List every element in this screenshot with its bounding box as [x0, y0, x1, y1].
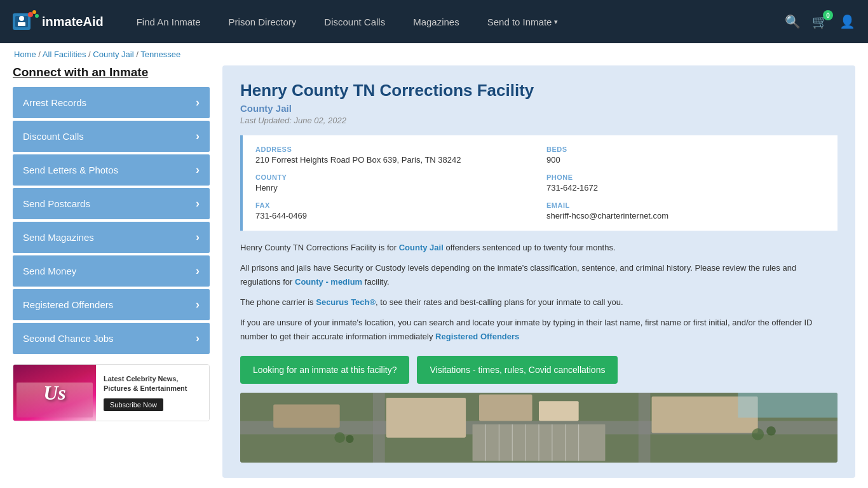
svg-point-6: [35, 14, 39, 18]
svg-point-26: [334, 432, 345, 443]
arrow-icon: ›: [196, 332, 200, 345]
sidebar-title: Connect with an Inmate: [13, 65, 210, 79]
ad-subscribe-button[interactable]: Subscribe Now: [104, 398, 163, 411]
visitations-button[interactable]: Visitations - times, rules, Covid cancel…: [417, 356, 618, 384]
nav-find-inmate[interactable]: Find An Inmate: [123, 0, 215, 43]
desc-para-1: Henry County TN Corrections Facility is …: [240, 241, 837, 255]
sidebar-menu: Arrest Records › Discount Calls › Send L…: [13, 87, 210, 354]
fax-field: FAX 731-644-0469: [255, 201, 534, 220]
nav-send-to-inmate[interactable]: Send to Inmate ▾: [473, 0, 573, 43]
address-label: ADDRESS: [255, 146, 534, 153]
svg-point-2: [19, 16, 24, 21]
svg-point-27: [346, 435, 354, 443]
email-field: EMAIL sheriff-hcso@charterinternet.com: [546, 201, 825, 220]
breadcrumb-home[interactable]: Home: [14, 50, 36, 59]
registered-offenders-link[interactable]: Registered Offenders: [435, 332, 519, 341]
facility-updated: Last Updated: June 02, 2022: [240, 116, 837, 125]
looking-for-inmate-button[interactable]: Looking for an inmate at this facility?: [240, 356, 409, 384]
ad-brand-text: Us: [43, 381, 66, 405]
desc-para-4: If you are unsure of your inmate's locat…: [240, 316, 837, 344]
sidebar-item-arrest-records[interactable]: Arrest Records ›: [13, 87, 210, 118]
sidebar-item-send-money[interactable]: Send Money ›: [13, 255, 210, 287]
phone-label: PHONE: [546, 173, 825, 181]
facility-aerial-svg: [240, 393, 837, 463]
navbar: inmateAid Find An Inmate Prison Director…: [0, 0, 868, 43]
county-field: COUNTY Henry: [255, 173, 534, 193]
securus-link[interactable]: Securus Tech®: [316, 297, 376, 307]
breadcrumb-all-facilities[interactable]: All Facilities: [43, 50, 86, 59]
breadcrumb-county-jail[interactable]: County Jail: [93, 50, 133, 59]
facility-image: [240, 393, 837, 463]
sidebar-item-discount-calls[interactable]: Discount Calls ›: [13, 121, 210, 152]
beds-label: BEDS: [546, 146, 825, 153]
fax-value: 731-644-0469: [255, 211, 534, 220]
svg-rect-10: [373, 393, 385, 463]
sidebar-item-send-letters[interactable]: Send Letters & Photos ›: [13, 154, 210, 186]
nav-discount-calls[interactable]: Discount Calls: [310, 0, 399, 43]
nav-icons: 🔍 🛒 0 👤: [785, 14, 855, 29]
sidebar: Connect with an Inmate Arrest Records › …: [13, 65, 210, 478]
breadcrumb: Home / All Facilities / County Jail / Te…: [0, 43, 868, 65]
county-medium-link[interactable]: County - medium: [295, 277, 362, 287]
logo-icon: [13, 10, 39, 34]
info-box: ADDRESS 210 Forrest Heights Road PO Box …: [240, 135, 837, 231]
svg-rect-16: [273, 404, 339, 428]
facility-name: Henry County TN Corrections Facility: [240, 81, 837, 100]
ad-content: Latest Celebrity News, Pictures & Entert…: [96, 365, 209, 421]
logo-text: inmateAid: [42, 15, 104, 29]
sidebar-item-send-magazines[interactable]: Send Magazines ›: [13, 222, 210, 253]
phone-field: PHONE 731-642-1672: [546, 173, 825, 193]
sidebar-item-send-postcards[interactable]: Send Postcards ›: [13, 188, 210, 219]
nav-magazines[interactable]: Magazines: [399, 0, 473, 43]
fax-label: FAX: [255, 201, 534, 209]
action-buttons: Looking for an inmate at this facility? …: [240, 356, 837, 384]
phone-value: 731-642-1672: [546, 183, 825, 193]
main-container: Connect with an Inmate Arrest Records › …: [0, 65, 868, 478]
svg-rect-13: [479, 394, 532, 421]
email-label: EMAIL: [546, 201, 825, 209]
svg-rect-14: [539, 401, 579, 421]
search-button[interactable]: 🔍: [785, 14, 801, 29]
svg-rect-30: [738, 393, 837, 417]
ad-banner[interactable]: Us Latest Celebrity News, Pictures & Ent…: [13, 364, 210, 421]
nav-links: Find An Inmate Prison Directory Discount…: [123, 0, 785, 43]
county-jail-link-1[interactable]: County Jail: [399, 243, 444, 252]
address-field: ADDRESS 210 Forrest Heights Road PO Box …: [255, 146, 534, 165]
svg-point-29: [766, 426, 776, 435]
breadcrumb-tennessee[interactable]: Tennessee: [140, 50, 180, 59]
svg-rect-11: [639, 393, 651, 463]
ad-brand-logo: Us: [13, 365, 96, 421]
beds-value: 900: [546, 155, 825, 165]
address-value: 210 Forrest Heights Road PO Box 639, Par…: [255, 155, 534, 165]
county-label: COUNTY: [255, 173, 534, 181]
svg-rect-12: [386, 398, 466, 438]
sidebar-item-registered-offenders[interactable]: Registered Offenders ›: [13, 289, 210, 320]
desc-para-3: The phone carrier is Securus Tech®, to s…: [240, 295, 837, 309]
ad-title: Latest Celebrity News, Pictures & Entert…: [104, 374, 201, 394]
email-value: sheriff-hcso@charterinternet.com: [546, 211, 825, 220]
svg-rect-3: [18, 22, 25, 26]
arrow-icon: ›: [196, 130, 200, 143]
arrow-icon: ›: [196, 197, 200, 210]
county-value: Henry: [255, 183, 534, 193]
svg-point-28: [752, 428, 764, 440]
arrow-icon: ›: [196, 298, 200, 311]
beds-field: BEDS 900: [546, 146, 825, 165]
arrow-icon: ›: [196, 163, 200, 177]
user-button[interactable]: 👤: [839, 14, 855, 29]
arrow-icon: ›: [196, 264, 200, 278]
cart-count: 0: [823, 10, 833, 20]
content-panel: Henry County TN Corrections Facility Cou…: [222, 65, 855, 478]
desc-para-2: All prisons and jails have Security or C…: [240, 261, 837, 289]
logo[interactable]: inmateAid: [13, 10, 104, 34]
svg-point-5: [32, 10, 36, 14]
arrow-icon: ›: [196, 231, 200, 244]
nav-prison-directory[interactable]: Prison Directory: [215, 0, 311, 43]
facility-type: County Jail: [240, 103, 837, 114]
cart-button[interactable]: 🛒 0: [812, 14, 828, 29]
sidebar-item-second-chance-jobs[interactable]: Second Chance Jobs ›: [13, 323, 210, 354]
svg-point-4: [28, 12, 33, 17]
dropdown-arrow: ▾: [554, 18, 558, 26]
arrow-icon: ›: [196, 96, 200, 109]
